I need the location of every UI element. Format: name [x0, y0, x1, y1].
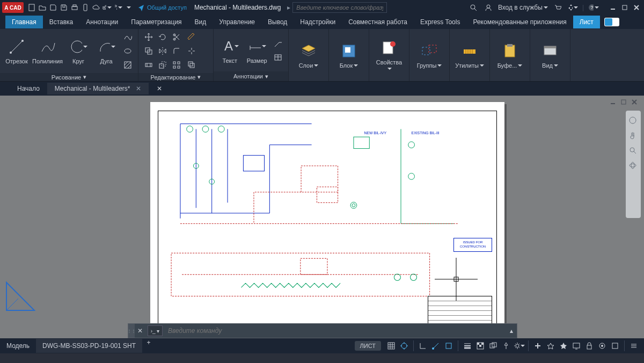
tab-express[interactable]: Express Tools: [414, 16, 466, 28]
share-button[interactable]: Общий доступ: [137, 4, 187, 11]
tab-collaborate[interactable]: Совместная работа: [342, 16, 414, 28]
tab-manage[interactable]: Управление: [213, 16, 261, 28]
help-icon[interactable]: ?: [588, 2, 599, 13]
close-tab-icon[interactable]: ✕: [136, 85, 141, 92]
ortho-icon[interactable]: [417, 340, 429, 352]
new-file-icon[interactable]: [27, 3, 36, 12]
panel-title-draw[interactable]: Рисование: [52, 74, 81, 81]
fillet-icon[interactable]: [171, 45, 182, 57]
tab-home[interactable]: Главная: [5, 16, 43, 28]
mirror-icon[interactable]: [157, 45, 169, 57]
tab-featured[interactable]: Рекомендованные приложения: [466, 16, 573, 28]
polyline-button[interactable]: Полилиния: [32, 38, 63, 64]
dimension-button[interactable]: Размер: [245, 37, 269, 64]
offset-icon[interactable]: [186, 59, 197, 71]
cloud-icon[interactable]: [91, 3, 101, 12]
annotation-auto-icon[interactable]: [558, 340, 569, 352]
app-switch-toggle[interactable]: [604, 18, 619, 26]
add-tab-button[interactable]: ✕: [153, 85, 166, 92]
annotation-scale-icon[interactable]: [500, 340, 512, 352]
circle-button[interactable]: Круг: [66, 38, 91, 64]
drawing-canvas[interactable]: NEW BIL-IVY EXISTING BIL-III: [0, 96, 644, 338]
add-layout-button[interactable]: +: [142, 339, 155, 353]
panel-title-modify[interactable]: Редактирование: [151, 74, 196, 81]
gear-icon[interactable]: [513, 340, 525, 352]
spline-icon[interactable]: [122, 31, 134, 43]
scale-icon[interactable]: [157, 59, 169, 71]
open-file-icon[interactable]: [38, 3, 47, 12]
steering-wheel-icon[interactable]: [628, 116, 638, 126]
panel-title-annotation[interactable]: Аннотации: [233, 73, 263, 79]
tab-view[interactable]: Вид: [188, 16, 213, 28]
plot-icon[interactable]: [70, 3, 79, 12]
layers-button[interactable]: Слои: [293, 42, 324, 69]
viewport-minimize-icon[interactable]: [610, 99, 618, 107]
groups-button[interactable]: Группы: [414, 42, 445, 69]
tab-output[interactable]: Вывод: [261, 16, 294, 28]
keyword-search-input[interactable]: [292, 2, 387, 13]
saveas-icon[interactable]: [59, 3, 69, 12]
exchange-icon[interactable]: [567, 2, 578, 13]
cmd-history-icon[interactable]: ▴: [506, 327, 517, 335]
qat-dropdown-icon[interactable]: [123, 3, 133, 12]
clean-screen-icon[interactable]: [609, 340, 621, 352]
ellipse-icon[interactable]: [122, 45, 134, 57]
table-icon[interactable]: [272, 52, 284, 63]
utilities-button[interactable]: Утилиты: [454, 42, 485, 69]
copy-icon[interactable]: [143, 45, 155, 57]
isolate-icon[interactable]: [596, 340, 608, 352]
customize-icon[interactable]: [628, 340, 640, 352]
osnap-icon[interactable]: [443, 340, 455, 352]
cmd-options-icon[interactable]: ›_ ▾: [148, 325, 163, 336]
clipboard-button[interactable]: Буфе...: [494, 42, 525, 69]
lineweight-icon[interactable]: [462, 340, 473, 352]
cart-icon[interactable]: [552, 2, 563, 13]
search-icon[interactable]: [468, 2, 479, 13]
undo-icon[interactable]: [102, 3, 112, 12]
move-icon[interactable]: [143, 31, 155, 43]
save-icon[interactable]: [48, 3, 58, 12]
transparency-icon[interactable]: [474, 340, 486, 352]
grid-icon[interactable]: [385, 340, 397, 352]
tab-document-active[interactable]: Mechanical - Multileaders*✕: [47, 83, 149, 95]
login-button[interactable]: Вход в службы: [498, 4, 548, 11]
erase-icon[interactable]: [186, 31, 197, 43]
maximize-icon[interactable]: [619, 2, 630, 13]
minimize-icon[interactable]: [608, 2, 618, 13]
viewport-close-icon[interactable]: [631, 99, 640, 107]
annotation-visibility-icon[interactable]: [545, 340, 557, 352]
hatch-icon[interactable]: [122, 59, 134, 71]
close-icon[interactable]: [631, 2, 642, 13]
explode-icon[interactable]: [186, 45, 197, 57]
app-menu-badge[interactable]: A CAD: [2, 2, 24, 13]
snap-icon[interactable]: [398, 340, 410, 352]
leader-icon[interactable]: [272, 38, 284, 49]
array-icon[interactable]: [171, 59, 182, 71]
tab-parametric[interactable]: Параметризация: [125, 16, 188, 28]
properties-button[interactable]: Свойства: [374, 39, 405, 72]
rotate-icon[interactable]: [157, 31, 169, 43]
pan-icon[interactable]: [628, 131, 638, 141]
tab-start[interactable]: Начало: [10, 83, 47, 95]
command-input[interactable]: [165, 327, 506, 335]
mobile-icon[interactable]: [80, 3, 90, 12]
trim-icon[interactable]: [171, 31, 182, 43]
selection-cycling-icon[interactable]: [487, 340, 499, 352]
viewport-maximize-icon[interactable]: [620, 99, 629, 107]
tab-addins[interactable]: Надстройки: [294, 16, 342, 28]
arc-button[interactable]: Дуга: [94, 38, 119, 64]
text-button[interactable]: AТекст: [218, 37, 242, 64]
add-scale-icon[interactable]: [532, 340, 544, 352]
space-badge[interactable]: ЛИСТ: [355, 341, 381, 351]
tab-insert[interactable]: Вставка: [43, 16, 80, 28]
block-button[interactable]: Блок: [333, 42, 364, 69]
line-button[interactable]: Отрезок: [4, 38, 29, 64]
cmd-close-icon[interactable]: ✕: [135, 327, 145, 335]
polar-icon[interactable]: [430, 340, 442, 352]
model-tab[interactable]: Модель: [0, 339, 36, 353]
zoom-extents-icon[interactable]: [628, 146, 638, 156]
orbit-icon[interactable]: [628, 161, 638, 171]
tab-layout[interactable]: Лист: [573, 16, 600, 28]
layout-tab[interactable]: DWG-MB-SS03-PD-19-001 SHT: [36, 339, 142, 353]
cmd-drag-handle[interactable]: ⋮⋮: [128, 324, 135, 338]
